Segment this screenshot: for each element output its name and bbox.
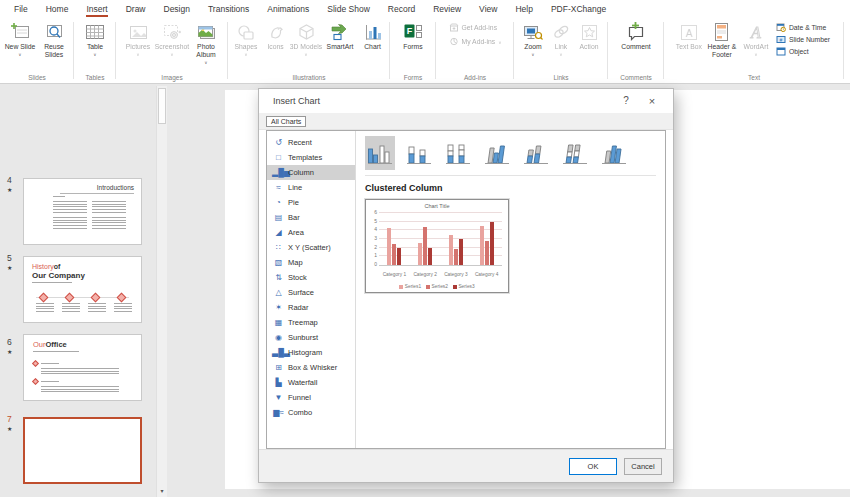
wordart-icon: A bbox=[745, 22, 767, 42]
menu-tab-transitions[interactable]: Transitions bbox=[199, 1, 258, 18]
chart-subtype-panel: Clustered Column Chart Title 0123456 Cat… bbox=[356, 131, 665, 448]
menu-tab-record[interactable]: Record bbox=[379, 1, 424, 18]
chart-type-surface[interactable]: △Surface bbox=[267, 285, 355, 300]
smartart-label: SmartArt bbox=[327, 43, 354, 51]
slide-number-icon: # bbox=[776, 35, 786, 44]
slide-thumbnail-7-selected[interactable] bbox=[23, 417, 142, 484]
chart-button[interactable]: Chart bbox=[358, 19, 388, 51]
reuse-slides-button[interactable]: Reuse Slides bbox=[37, 19, 71, 59]
chevron-down-icon: ∨ bbox=[304, 52, 307, 57]
chevron-down-icon: ∨ bbox=[93, 52, 96, 57]
ribbon: New Slide ∨ Reuse Slides Slides Table ∨ … bbox=[0, 18, 850, 84]
dialog-help-button[interactable]: ? bbox=[613, 95, 639, 107]
chart-type-label: Stock bbox=[288, 273, 307, 282]
slide-thumbnail-5[interactable]: Historyof Our Company bbox=[23, 256, 142, 323]
date-time-button[interactable]: Date & Time bbox=[776, 23, 830, 32]
chart-type-map[interactable]: ▧Map bbox=[267, 255, 355, 270]
chart-type-recent[interactable]: ↺Recent bbox=[267, 135, 355, 150]
legend-swatch bbox=[426, 285, 430, 289]
menu-tab-help[interactable]: Help bbox=[506, 1, 541, 18]
y-axis-tick-label: 5 bbox=[374, 219, 377, 224]
header-footer-button[interactable]: Header & Footer bbox=[704, 19, 740, 59]
forms-button[interactable]: F Forms bbox=[396, 19, 430, 51]
smartart-button[interactable]: SmartArt bbox=[323, 19, 358, 51]
clustered-column-3d-icon[interactable] bbox=[482, 136, 512, 170]
svg-text:A: A bbox=[686, 27, 693, 38]
menu-tab-animations[interactable]: Animations bbox=[258, 1, 318, 18]
dialog-titlebar[interactable]: Insert Chart ? × bbox=[259, 89, 673, 113]
comment-button[interactable]: Comment bbox=[613, 19, 659, 51]
tab-all-charts[interactable]: All Charts bbox=[266, 116, 306, 127]
preview-legend: Series1Series2Series3 bbox=[366, 284, 508, 289]
slide-number: 5 bbox=[7, 253, 12, 263]
clustered-column-icon[interactable] bbox=[365, 136, 395, 170]
chart-type-waterfall[interactable]: ▙Waterfall bbox=[267, 375, 355, 390]
photo-album-icon bbox=[195, 22, 217, 42]
icons-label: Icons bbox=[267, 43, 283, 51]
chart-type-templates[interactable]: □Templates bbox=[267, 150, 355, 165]
slide-thumbnail-6[interactable]: OurOffice bbox=[23, 334, 142, 401]
wordart-label: WordArt bbox=[744, 43, 769, 51]
slide-thumbnail-4[interactable]: Introductions bbox=[23, 178, 142, 245]
object-button[interactable]: Object bbox=[776, 47, 830, 56]
new-slide-button[interactable]: New Slide ∨ bbox=[3, 19, 37, 58]
chart-type-histogram[interactable]: ▃█▃Histogram bbox=[267, 345, 355, 360]
column-3d-icon[interactable] bbox=[599, 136, 629, 170]
bar-series3 bbox=[459, 239, 463, 265]
thumbnail-scrollbar[interactable]: ▾ bbox=[156, 86, 167, 497]
menu-tab-file[interactable]: File bbox=[5, 1, 37, 18]
menu-tab-view[interactable]: View bbox=[470, 1, 506, 18]
menu-tab-design[interactable]: Design bbox=[155, 1, 199, 18]
chart-type-line[interactable]: ≈Line bbox=[267, 180, 355, 195]
chart-type-area[interactable]: ◢Area bbox=[267, 225, 355, 240]
smartart-icon bbox=[329, 22, 351, 42]
photo-album-label: Photo Album bbox=[189, 43, 223, 59]
chevron-down-icon: ∨ bbox=[754, 52, 757, 57]
table-button[interactable]: Table ∨ bbox=[78, 19, 112, 58]
chart-type-funnel[interactable]: ▼Funnel bbox=[267, 390, 355, 405]
chart-type-x-y-scatter-[interactable]: ∷X Y (Scatter) bbox=[267, 240, 355, 255]
slide-number-button[interactable]: # Slide Number bbox=[776, 35, 830, 44]
stacked-100-column-3d-icon[interactable] bbox=[560, 136, 590, 170]
chevron-down-icon: ∨ bbox=[498, 40, 501, 45]
stacked-100-column-icon[interactable] bbox=[443, 136, 473, 170]
forms-icon: F bbox=[402, 22, 424, 42]
menu-tab-draw[interactable]: Draw bbox=[117, 1, 155, 18]
get-addins-icon bbox=[449, 23, 459, 32]
chart-type-column[interactable]: ▂█▅Column bbox=[267, 165, 355, 180]
chart-type-pie[interactable]: ◔Pie bbox=[267, 195, 355, 210]
chart-subtype-row bbox=[365, 136, 656, 176]
chart-type-label: Templates bbox=[288, 153, 322, 162]
chart-type-label: Bar bbox=[288, 213, 300, 222]
chart-type-sunburst[interactable]: ◉Sunburst bbox=[267, 330, 355, 345]
menu-tab-insert[interactable]: Insert bbox=[77, 1, 116, 18]
photo-album-button[interactable]: Photo Album ∨ bbox=[189, 19, 223, 66]
icons-button: Icons bbox=[262, 19, 290, 51]
stacked-column-3d-icon[interactable] bbox=[521, 136, 551, 170]
zoom-button[interactable]: Zoom ∨ bbox=[518, 19, 548, 58]
stacked-column-icon[interactable] bbox=[404, 136, 434, 170]
chart-type-combo[interactable]: ▆≈Combo bbox=[267, 405, 355, 420]
chart-type-label: Box & Whisker bbox=[288, 363, 337, 372]
dialog-close-button[interactable]: × bbox=[639, 95, 665, 107]
scroll-down-arrow-icon[interactable]: ▾ bbox=[157, 485, 167, 496]
treemap-chart-icon: ▦ bbox=[272, 319, 285, 327]
pictures-button: Pictures ∨ bbox=[121, 19, 155, 58]
menu-tab-slide-show[interactable]: Slide Show bbox=[318, 1, 379, 18]
chart-type-treemap[interactable]: ▦Treemap bbox=[267, 315, 355, 330]
menu-tab-pdf-xchange[interactable]: PDF-XChange bbox=[542, 1, 615, 18]
chart-type-radar[interactable]: ✶Radar bbox=[267, 300, 355, 315]
cancel-button[interactable]: Cancel bbox=[624, 458, 662, 475]
legend-item: Series3 bbox=[453, 284, 475, 289]
object-label: Object bbox=[789, 48, 809, 55]
new-slide-label: New Slide bbox=[5, 43, 36, 51]
chart-preview[interactable]: Chart Title 0123456 Category 1Category 2… bbox=[365, 199, 509, 293]
menu-tab-home[interactable]: Home bbox=[37, 1, 78, 18]
chart-type-box-whisker[interactable]: ⊞Box & Whisker bbox=[267, 360, 355, 375]
chart-type-label: Histogram bbox=[288, 348, 322, 357]
chart-type-bar[interactable]: ▤Bar bbox=[267, 210, 355, 225]
ok-button[interactable]: OK bbox=[569, 458, 617, 475]
menu-tab-review[interactable]: Review bbox=[424, 1, 470, 18]
chart-type-stock[interactable]: ⇅Stock bbox=[267, 270, 355, 285]
scrollbar-thumb[interactable] bbox=[158, 88, 166, 124]
